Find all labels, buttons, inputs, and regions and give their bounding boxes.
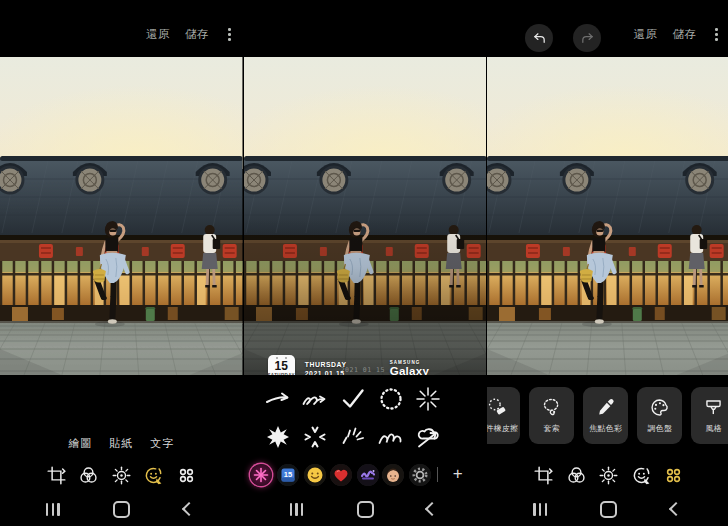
location-pin-sticker[interactable] <box>430 354 487 375</box>
category-doodles[interactable] <box>250 464 272 486</box>
filters-icon[interactable] <box>566 465 587 486</box>
tool-label: 調色盤 <box>648 423 673 434</box>
calendar-sticker[interactable]: 15 SATURDAY <box>268 355 295 375</box>
category-hearts[interactable] <box>330 464 352 486</box>
editor-toolbar <box>0 465 243 486</box>
anger-mark-doodle[interactable] <box>301 423 329 451</box>
transform-icon[interactable] <box>533 465 554 486</box>
svg-text:15: 15 <box>283 470 291 479</box>
right-topbar: 還原 儲存 <box>487 26 728 50</box>
adjust-icon[interactable] <box>598 465 619 486</box>
tool-label: 套索 <box>544 423 560 434</box>
tool-label: 物件橡皮擦 <box>486 423 518 434</box>
android-navbar <box>0 498 243 520</box>
category-divider <box>437 467 438 482</box>
recents-icon[interactable] <box>290 503 304 516</box>
temple-photo <box>0 57 243 375</box>
home-icon[interactable] <box>600 501 617 518</box>
extra-tools-row: 物件橡皮擦 套索 焦點色彩 調色盤 風格 <box>486 387 728 444</box>
undo-button[interactable] <box>525 24 553 52</box>
revert-button[interactable]: 還原 <box>633 27 657 42</box>
tool-palette[interactable]: 調色盤 <box>637 387 682 444</box>
bottom-scrim <box>244 57 487 375</box>
tab-stickers[interactable]: 貼紙 <box>109 436 133 451</box>
left-topbar: 還原 儲存 <box>0 26 243 50</box>
sparkle-doodle[interactable] <box>414 385 442 413</box>
tool-spot-color[interactable]: 焦點色彩 <box>583 387 628 444</box>
panel-extra-tools: 還原 儲存 物件橡皮擦 套索 焦點色彩 調色盤 <box>486 0 728 526</box>
temple-photo <box>487 57 728 375</box>
stickers-icon[interactable] <box>631 465 652 486</box>
tab-draw[interactable]: 繪圖 <box>68 436 92 451</box>
tool-label: 焦點色彩 <box>589 423 622 434</box>
more-tools-icon[interactable] <box>176 465 197 486</box>
home-icon[interactable] <box>357 501 374 518</box>
category-calendar[interactable]: 15 <box>277 464 299 486</box>
adjust-icon[interactable] <box>111 465 132 486</box>
galaxy-brand-sticker[interactable]: SAMSUNG Galaxy <box>390 360 430 375</box>
brand-name: Galaxy <box>390 365 430 375</box>
more-tools-icon-selected[interactable] <box>663 465 684 486</box>
cloud-arrow-doodle[interactable] <box>414 423 442 451</box>
tab-text[interactable]: 文字 <box>150 436 174 451</box>
android-navbar <box>487 498 728 520</box>
panel-sticker-drawer: 15 SATURDAY THURSDAY 2021 01 15 2021 01 … <box>243 0 487 526</box>
sticker-category-bar: 15 <box>244 464 487 488</box>
calendar-weekday: SATURDAY <box>267 373 294 375</box>
tool-lasso[interactable]: 套索 <box>529 387 574 444</box>
photo-canvas[interactable] <box>487 57 728 375</box>
filters-icon[interactable] <box>78 465 99 486</box>
squiggle-doodle[interactable] <box>377 423 405 451</box>
category-emoji[interactable] <box>304 464 326 486</box>
dotted-circle-doodle[interactable] <box>377 385 405 413</box>
burst-lines-doodle[interactable] <box>339 423 367 451</box>
back-icon[interactable] <box>425 502 439 516</box>
tool-label: 風格 <box>706 423 722 434</box>
stickers-icon-selected[interactable] <box>143 465 164 486</box>
calendar-day: 15 <box>274 360 287 372</box>
save-button[interactable]: 儲存 <box>672 27 696 42</box>
android-navbar <box>244 498 487 520</box>
photo-canvas[interactable]: 15 SATURDAY THURSDAY 2021 01 15 2021 01 … <box>244 57 487 375</box>
add-sticker-pack-button[interactable]: + <box>447 463 469 485</box>
panel-sticker-tabs: 還原 儲存 繪圖 貼紙 文字 <box>0 0 243 526</box>
recents-icon[interactable] <box>46 503 60 516</box>
datestamp-sticker[interactable]: 2021 01 15 <box>341 366 385 374</box>
sticker-mode-tabs: 繪圖 貼紙 文字 <box>0 436 243 451</box>
recents-icon[interactable] <box>533 503 547 516</box>
kebab-menu-icon[interactable] <box>224 26 235 43</box>
starburst-doodle[interactable] <box>264 423 292 451</box>
save-button[interactable]: 儲存 <box>185 27 209 42</box>
category-settings[interactable] <box>409 464 431 486</box>
tool-style[interactable]: 風格 <box>691 387 728 444</box>
back-icon[interactable] <box>669 502 683 516</box>
photo-canvas[interactable] <box>0 57 243 375</box>
photo-editor-triptych: 還原 儲存 繪圖 貼紙 文字 <box>0 0 728 526</box>
kebab-menu-icon[interactable] <box>711 26 722 43</box>
category-ar-emoji[interactable] <box>382 464 404 486</box>
curly-arrow-doodle[interactable] <box>301 385 329 413</box>
home-icon[interactable] <box>113 501 130 518</box>
arrow-doodle[interactable] <box>264 385 292 413</box>
editor-toolbar <box>487 465 728 486</box>
transform-icon[interactable] <box>46 465 67 486</box>
revert-button[interactable]: 還原 <box>146 27 170 42</box>
tool-object-eraser[interactable]: 物件橡皮擦 <box>486 387 520 444</box>
category-word-art[interactable] <box>357 464 379 486</box>
checkmark-doodle[interactable] <box>339 385 367 413</box>
back-icon[interactable] <box>182 502 196 516</box>
redo-button[interactable] <box>573 24 601 52</box>
